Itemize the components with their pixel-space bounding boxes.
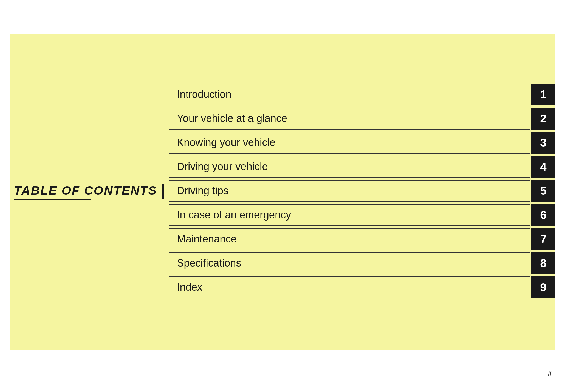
toc-title-bar: [162, 184, 164, 199]
toc-label-3: Knowing your vehicle: [177, 137, 275, 148]
toc-heading: TABLE OF CONTENTS: [14, 184, 157, 198]
toc-number-label-3: 3: [540, 136, 546, 149]
toc-number-label-1: 1: [540, 88, 546, 101]
toc-label-4: Driving your vehicle: [177, 161, 268, 173]
toc-number-2: 2: [531, 108, 555, 130]
toc-row[interactable]: Specifications8: [169, 252, 555, 274]
toc-number-5: 5: [531, 180, 555, 202]
left-panel: TABLE OF CONTENTS: [10, 34, 169, 350]
toc-item-3: Knowing your vehicle: [169, 132, 530, 154]
toc-label-8: Specifications: [177, 257, 241, 269]
toc-item-6: In case of an emergency: [169, 204, 530, 226]
toc-item-5: Driving tips: [169, 180, 530, 202]
toc-title-container: TABLE OF CONTENTS: [14, 184, 164, 200]
toc-number-label-9: 9: [540, 281, 546, 294]
top-divider: [8, 30, 557, 30]
toc-row[interactable]: Knowing your vehicle3: [169, 132, 555, 154]
toc-label-6: In case of an emergency: [177, 209, 291, 221]
toc-row[interactable]: Index9: [169, 276, 555, 298]
toc-number-6: 6: [531, 204, 555, 226]
toc-number-1: 1: [531, 84, 555, 105]
toc-number-label-8: 8: [540, 257, 546, 270]
toc-number-8: 8: [531, 252, 555, 274]
toc-item-1: Introduction: [169, 84, 530, 105]
toc-item-7: Maintenance: [169, 228, 530, 250]
toc-number-label-5: 5: [540, 184, 546, 198]
toc-item-4: Driving your vehicle: [169, 156, 530, 178]
toc-item-8: Specifications: [169, 252, 530, 274]
toc-number-label-4: 4: [540, 160, 546, 173]
toc-number-7: 7: [531, 228, 555, 250]
toc-number-label-2: 2: [540, 112, 546, 125]
toc-label-5: Driving tips: [177, 185, 228, 197]
toc-row[interactable]: Your vehicle at a glance2: [169, 108, 555, 130]
toc-label-7: Maintenance: [177, 233, 237, 245]
toc-label-2: Your vehicle at a glance: [177, 113, 287, 124]
toc-label-1: Introduction: [177, 88, 231, 100]
bottom-divider: [8, 351, 557, 352]
toc-list: Introduction1Your vehicle at a glance2Kn…: [169, 34, 555, 350]
toc-title-block: TABLE OF CONTENTS: [14, 184, 164, 200]
toc-number-9: 9: [531, 276, 555, 298]
dashed-divider: [8, 370, 543, 370]
toc-item-2: Your vehicle at a glance: [169, 108, 530, 130]
toc-label-9: Index: [177, 281, 202, 293]
toc-row[interactable]: Driving your vehicle4: [169, 156, 555, 178]
toc-row[interactable]: Introduction1: [169, 84, 555, 105]
toc-number-4: 4: [531, 156, 555, 178]
toc-number-label-6: 6: [540, 208, 546, 222]
toc-row[interactable]: Maintenance7: [169, 228, 555, 250]
toc-number-3: 3: [531, 132, 555, 154]
toc-number-label-7: 7: [540, 233, 546, 246]
page-number: ii: [548, 370, 551, 378]
toc-item-9: Index: [169, 276, 530, 298]
toc-row[interactable]: Driving tips5: [169, 180, 555, 202]
toc-title-underline: [14, 199, 91, 200]
toc-title-wrapper: TABLE OF CONTENTS: [14, 184, 157, 200]
toc-row[interactable]: In case of an emergency6: [169, 204, 555, 226]
